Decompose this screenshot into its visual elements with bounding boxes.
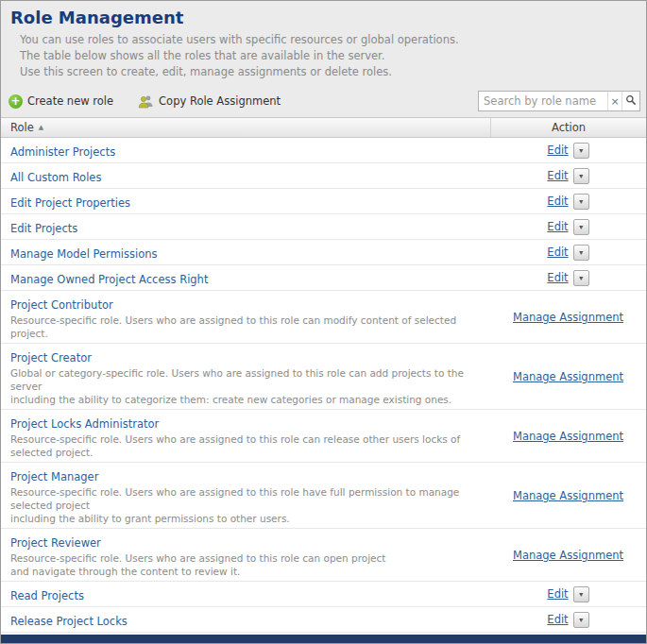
table-row: All Custom Roles Edit ▼ bbox=[1, 163, 646, 189]
footer-bar bbox=[1, 635, 646, 643]
edit-action-group: Edit ▼ bbox=[547, 219, 588, 235]
action-cell: Edit ▼ bbox=[490, 214, 646, 239]
role-cell: All Custom Roles bbox=[1, 163, 490, 188]
role-table-body: Administer Projects Edit ▼ All Custom Ro… bbox=[1, 138, 646, 635]
action-cell: Edit ▼ bbox=[490, 189, 646, 213]
role-description: Resource-specific role. Users who are as… bbox=[10, 551, 485, 578]
table-row: Manage Owned Project Access Right Edit ▼ bbox=[1, 265, 646, 291]
chevron-down-icon: ▼ bbox=[578, 275, 585, 281]
page-description-line-1: You can use roles to associate users wit… bbox=[20, 32, 637, 48]
column-header-role[interactable]: Role ▲ bbox=[1, 118, 490, 137]
role-name-link[interactable]: Project Manager bbox=[10, 470, 98, 483]
edit-link[interactable]: Edit bbox=[547, 195, 568, 208]
search-clear-button[interactable]: × bbox=[607, 92, 621, 110]
column-header-role-label: Role bbox=[10, 121, 34, 134]
role-cell: Manage Owned Project Access Right bbox=[1, 265, 490, 290]
edit-link[interactable]: Edit bbox=[547, 144, 568, 157]
chevron-down-icon: ▼ bbox=[578, 591, 585, 598]
role-name-link[interactable]: Manage Model Permissions bbox=[10, 247, 158, 261]
edit-action-group: Edit ▼ bbox=[547, 612, 588, 628]
search-input[interactable] bbox=[479, 92, 607, 110]
edit-dropdown-button[interactable]: ▼ bbox=[573, 219, 589, 235]
chevron-down-icon: ▼ bbox=[578, 173, 585, 179]
table-row: Read Projects Edit ▼ bbox=[1, 582, 646, 607]
create-new-role-label: Create new role bbox=[27, 94, 113, 108]
create-new-role-button[interactable]: + Create new role bbox=[9, 94, 113, 109]
action-cell: Manage Assignment bbox=[490, 344, 646, 409]
copy-role-assignment-label: Copy Role Assignment bbox=[159, 94, 281, 108]
role-cell: Project Manager Resource-specific role. … bbox=[1, 463, 490, 528]
close-icon: × bbox=[610, 95, 619, 108]
action-cell: Manage Assignment bbox=[490, 463, 646, 528]
table-row: Project Locks Administrator Resource-spe… bbox=[1, 410, 646, 463]
manage-assignment-link[interactable]: Manage Assignment bbox=[513, 430, 623, 443]
action-cell: Edit ▼ bbox=[490, 265, 646, 290]
edit-action-group: Edit ▼ bbox=[547, 168, 588, 184]
role-name-link[interactable]: Project Creator bbox=[10, 351, 92, 364]
role-cell: Edit Project Properties bbox=[1, 189, 490, 213]
role-cell: Read Projects bbox=[1, 582, 490, 606]
edit-dropdown-button[interactable]: ▼ bbox=[573, 194, 589, 210]
chevron-down-icon: ▼ bbox=[578, 617, 585, 623]
role-name-link[interactable]: Edit Project Properties bbox=[10, 196, 130, 210]
table-row: Edit Project Properties Edit ▼ bbox=[1, 189, 646, 214]
role-name-link[interactable]: Project Reviewer bbox=[10, 536, 101, 550]
role-cell: Project Reviewer Resource-specific role.… bbox=[1, 529, 490, 581]
role-name-link[interactable]: Read Projects bbox=[10, 589, 84, 602]
edit-action-group: Edit ▼ bbox=[547, 270, 588, 286]
edit-link[interactable]: Edit bbox=[547, 587, 568, 601]
table-header-row: Role ▲ Action bbox=[1, 117, 646, 138]
table-row: Project Reviewer Resource-specific role.… bbox=[1, 529, 646, 582]
edit-dropdown-button[interactable]: ▼ bbox=[573, 270, 589, 286]
chevron-down-icon: ▼ bbox=[578, 147, 585, 154]
create-plus-icon: + bbox=[9, 94, 23, 109]
action-cell: Edit ▼ bbox=[490, 607, 646, 632]
search-button[interactable] bbox=[621, 92, 639, 110]
chevron-down-icon: ▼ bbox=[578, 224, 585, 230]
table-row: Project Contributor Resource-specific ro… bbox=[1, 291, 646, 344]
role-cell: Project Creator Global or category-speci… bbox=[1, 344, 490, 409]
action-cell: Edit ▼ bbox=[490, 240, 646, 264]
table-row: Project Creator Global or category-speci… bbox=[1, 344, 646, 410]
manage-assignment-link[interactable]: Manage Assignment bbox=[513, 549, 623, 562]
role-name-link[interactable]: Release Project Locks bbox=[10, 615, 128, 628]
role-name-link[interactable]: Manage Owned Project Access Right bbox=[10, 273, 208, 286]
edit-link[interactable]: Edit bbox=[547, 271, 568, 284]
role-cell: Project Contributor Resource-specific ro… bbox=[1, 291, 490, 343]
role-name-link[interactable]: Project Locks Administrator bbox=[10, 417, 159, 431]
manage-assignment-link[interactable]: Manage Assignment bbox=[513, 311, 623, 324]
edit-dropdown-button[interactable]: ▼ bbox=[573, 586, 589, 602]
role-table: Role ▲ Action Administer Projects Edit ▼… bbox=[1, 117, 646, 635]
manage-assignment-link[interactable]: Manage Assignment bbox=[513, 489, 623, 502]
copy-role-assignment-button[interactable]: Copy Role Assignment bbox=[138, 94, 281, 109]
edit-dropdown-button[interactable]: ▼ bbox=[573, 143, 589, 159]
edit-dropdown-button[interactable]: ▼ bbox=[573, 168, 589, 184]
edit-action-group: Edit ▼ bbox=[547, 586, 588, 602]
role-name-link[interactable]: Project Contributor bbox=[10, 298, 113, 312]
manage-assignment-link[interactable]: Manage Assignment bbox=[513, 370, 623, 383]
edit-link[interactable]: Edit bbox=[547, 613, 568, 626]
edit-link[interactable]: Edit bbox=[547, 169, 568, 182]
edit-action-group: Edit ▼ bbox=[547, 143, 588, 159]
role-name-link[interactable]: Administer Projects bbox=[10, 145, 115, 159]
edit-dropdown-button[interactable]: ▼ bbox=[573, 245, 589, 261]
edit-action-group: Edit ▼ bbox=[547, 194, 588, 210]
column-header-action[interactable]: Action bbox=[490, 118, 646, 137]
edit-action-group: Edit ▼ bbox=[547, 245, 588, 261]
edit-link[interactable]: Edit bbox=[547, 220, 568, 233]
role-cell: Edit Projects bbox=[1, 214, 490, 239]
edit-link[interactable]: Edit bbox=[547, 246, 568, 259]
action-cell: Edit ▼ bbox=[490, 582, 646, 606]
sort-ascending-icon: ▲ bbox=[39, 124, 43, 131]
role-cell: Manage Model Permissions bbox=[1, 240, 490, 264]
role-name-link[interactable]: Edit Projects bbox=[10, 222, 77, 235]
toolbar: + Create new role Copy Role Assignment × bbox=[1, 86, 646, 117]
edit-dropdown-button[interactable]: ▼ bbox=[573, 612, 589, 628]
role-cell: Administer Projects bbox=[1, 138, 490, 162]
role-name-link[interactable]: All Custom Roles bbox=[10, 171, 101, 184]
copy-role-assignment-icon bbox=[138, 94, 154, 109]
role-management-page: Role Management You can use roles to ass… bbox=[0, 0, 647, 644]
role-description: Resource-specific role. Users who are as… bbox=[10, 432, 485, 459]
table-row: Release Project Locks Edit ▼ bbox=[1, 607, 646, 633]
action-cell: Edit ▼ bbox=[490, 138, 646, 162]
